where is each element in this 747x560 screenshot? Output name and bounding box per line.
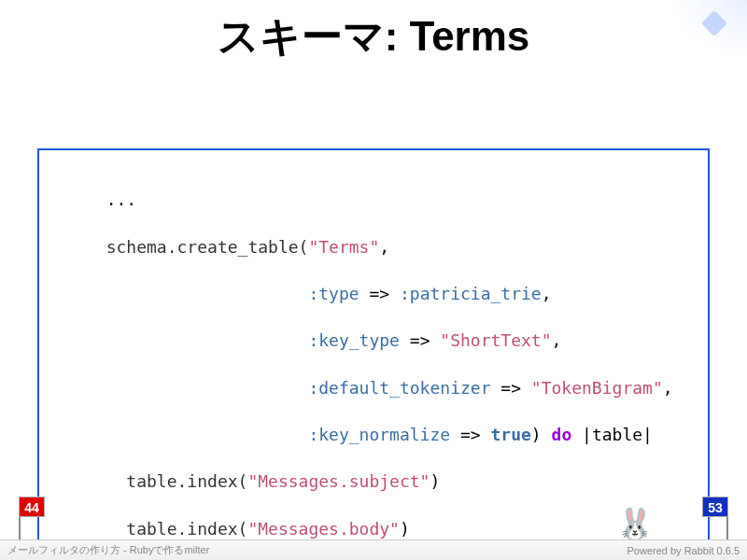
code-symbol: :patricia_trie <box>400 284 542 303</box>
slide-current-flag: 44 <box>19 497 45 541</box>
code-string: "Terms" <box>308 237 379 257</box>
footer-left-text: メールフィルタの作り方 - Rubyで作るmilter <box>7 543 209 557</box>
code-token: => <box>490 378 530 398</box>
code-line: ... <box>86 189 136 209</box>
footer-area: 44 🐰 53 メールフィルタの作り方 - Rubyで作るmilter Powe… <box>0 471 747 560</box>
code-symbol: :key_normalize <box>86 425 450 444</box>
slide-total-number: 53 <box>702 497 728 517</box>
code-token: |table| <box>571 425 653 444</box>
code-token: => <box>400 330 440 350</box>
code-string: "TokenBigram" <box>531 378 663 398</box>
code-token: , <box>552 330 562 350</box>
corner-decoration <box>672 0 747 56</box>
code-token: => <box>450 425 490 444</box>
code-symbol: :default_tokenizer <box>86 378 490 398</box>
code-token: , <box>542 284 552 303</box>
slide-current-number: 44 <box>19 497 45 517</box>
code-symbol: :type <box>86 284 359 303</box>
code-symbol: :key_type <box>86 330 400 350</box>
code-token: => <box>359 284 400 303</box>
code-keyword: do <box>552 425 572 444</box>
slide-total-flag: 53 <box>702 497 728 541</box>
code-token: schema.create_table( <box>86 237 308 257</box>
code-value: true <box>491 425 531 444</box>
rabbit-icon: 🐰 <box>616 506 654 541</box>
code-token: ) <box>531 425 552 444</box>
slide-title: スキーマ: Terms <box>0 9 747 64</box>
code-string: "ShortText" <box>440 330 551 350</box>
code-token: , <box>379 237 389 257</box>
footer-right-text: Powered by Rabbit 0.6.5 <box>627 545 740 556</box>
bottom-bar: メールフィルタの作り方 - Rubyで作るmilter Powered by R… <box>0 539 747 560</box>
code-token: , <box>663 378 673 398</box>
